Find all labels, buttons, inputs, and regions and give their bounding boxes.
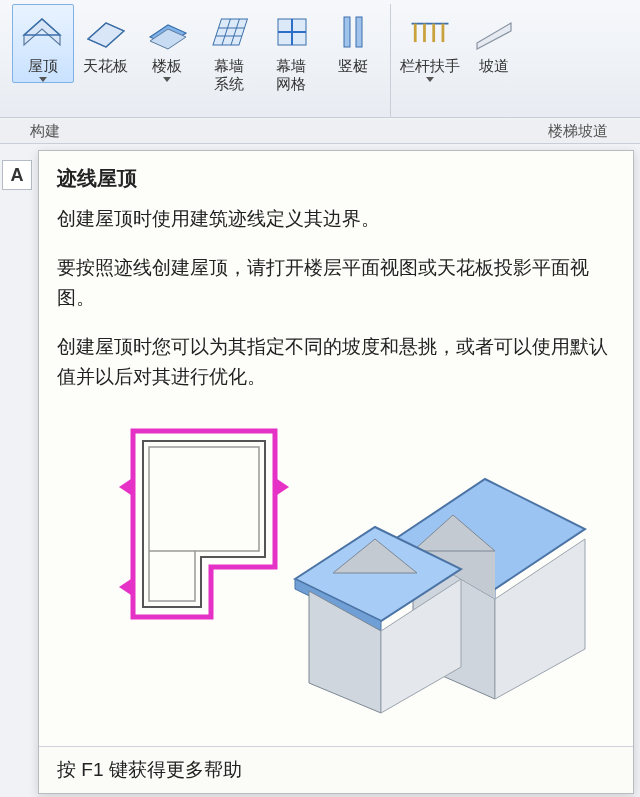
ceiling-icon: [81, 7, 129, 55]
curtain-system-button[interactable]: 幕墙 系统: [198, 4, 260, 94]
tooltip-illustration: [57, 411, 615, 731]
chevron-down-icon: [39, 77, 47, 82]
ramp-button[interactable]: 坡道: [463, 4, 525, 76]
panel-label-build: 构建: [30, 122, 60, 141]
ceiling-button[interactable]: 天花板: [74, 4, 136, 76]
text-tool-label: A: [11, 165, 24, 186]
svg-marker-23: [119, 479, 131, 495]
curtain-grid-button[interactable]: 幕墙 网格: [260, 4, 322, 94]
floor-icon: [143, 7, 191, 55]
svg-rect-15: [356, 17, 362, 47]
svg-marker-25: [119, 579, 131, 595]
svg-rect-6: [213, 19, 247, 45]
curtain-grid-label: 幕墙 网格: [276, 57, 306, 93]
text-tool-a[interactable]: A: [2, 160, 32, 190]
panel-label-circulation: 楼梯坡道: [548, 122, 608, 141]
mullion-icon: [329, 7, 377, 55]
roof-icon: [19, 7, 67, 55]
floor-button[interactable]: 楼板: [136, 4, 198, 83]
mullion-label: 竖梃: [338, 57, 368, 75]
railing-button[interactable]: 栏杆扶手: [397, 4, 463, 83]
chevron-down-icon: [163, 77, 171, 82]
railing-icon: [406, 7, 454, 55]
ribbon-toolbar: 屋顶 天花板 楼板: [0, 0, 640, 118]
railing-label: 栏杆扶手: [400, 57, 460, 75]
mullion-button[interactable]: 竖梃: [322, 4, 384, 76]
ramp-icon: [470, 7, 518, 55]
house-3d-icon: [285, 451, 595, 721]
plan-footprint-icon: [115, 417, 295, 637]
ramp-label: 坡道: [479, 57, 509, 75]
curtain-grid-icon: [267, 7, 315, 55]
tooltip-title: 迹线屋顶: [57, 165, 615, 192]
tooltip-body: 迹线屋顶 创建屋顶时使用建筑迹线定义其边界。 要按照迹线创建屋顶，请打开楼层平面…: [39, 151, 633, 746]
svg-marker-0: [24, 19, 60, 45]
roof-button[interactable]: 屋顶: [12, 4, 74, 83]
chevron-down-icon: [426, 77, 434, 82]
tooltip-paragraph-1: 创建屋顶时使用建筑迹线定义其边界。: [57, 204, 615, 233]
ribbon-panel-labels: 构建 楼梯坡道: [0, 120, 640, 144]
ribbon-group-circulation: 栏杆扶手 坡道: [391, 4, 531, 117]
tooltip-paragraph-2: 要按照迹线创建屋顶，请打开楼层平面视图或天花板投影平面视图。: [57, 253, 615, 312]
tooltip-paragraph-3: 创建屋顶时您可以为其指定不同的坡度和悬挑，或者可以使用默认值并以后对其进行优化。: [57, 332, 615, 391]
svg-rect-14: [344, 17, 350, 47]
tooltip-footer-text: 按 F1 键获得更多帮助: [57, 759, 242, 780]
roof-label: 屋顶: [28, 57, 58, 75]
curtain-system-label: 幕墙 系统: [214, 57, 244, 93]
ceiling-label: 天花板: [83, 57, 128, 75]
floor-label: 楼板: [152, 57, 182, 75]
extended-tooltip: 迹线屋顶 创建屋顶时使用建筑迹线定义其边界。 要按照迹线创建屋顶，请打开楼层平面…: [38, 150, 634, 794]
ribbon-group-build: 屋顶 天花板 楼板: [6, 4, 391, 117]
svg-marker-21: [477, 23, 511, 49]
tooltip-footer: 按 F1 键获得更多帮助: [39, 746, 633, 793]
curtain-system-icon: [205, 7, 253, 55]
